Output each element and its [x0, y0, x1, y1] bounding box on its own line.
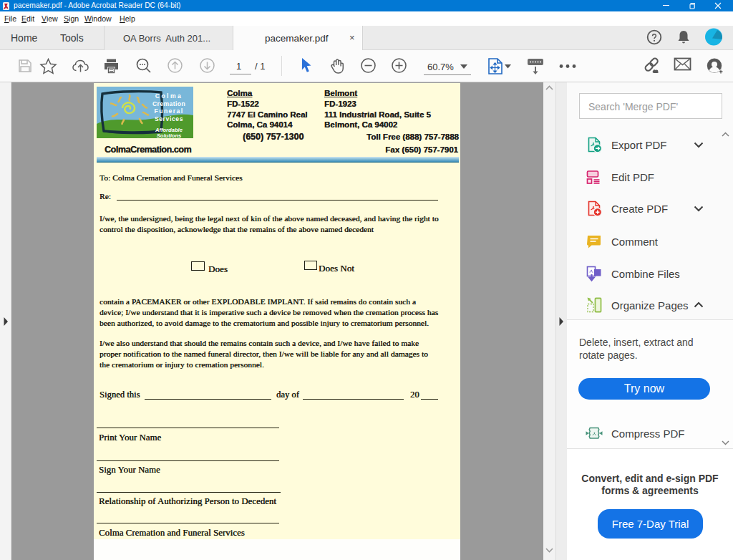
svg-text:Services: Services [155, 115, 183, 122]
svg-text:Funeral: Funeral [155, 107, 184, 115]
svg-text:Solutions: Solutions [157, 132, 182, 139]
svg-text:Colma: Colma [155, 92, 183, 100]
svg-text:Cremation: Cremation [152, 100, 185, 107]
